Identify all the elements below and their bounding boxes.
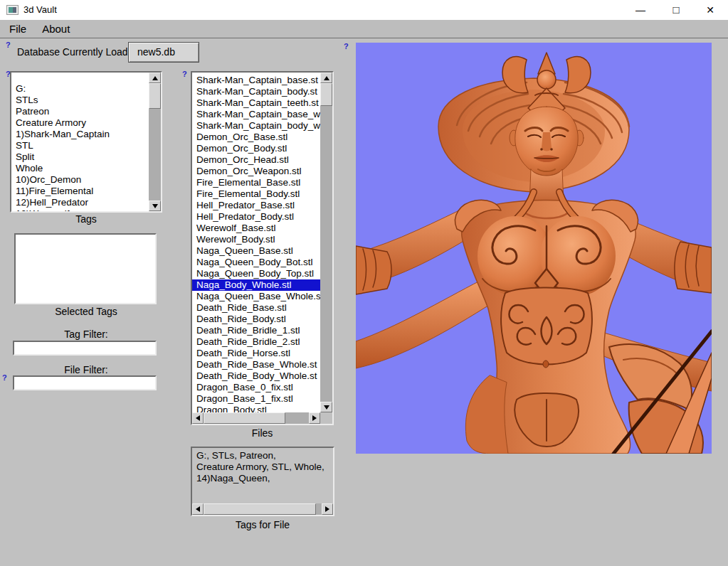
scroll-thumb[interactable] [204,412,285,424]
close-button[interactable]: ✕ [700,0,721,20]
file-list-item[interactable]: Dragon_Base_1_fix.stl [192,393,320,405]
file-filter-input[interactable] [13,375,157,390]
arrow-down-icon [324,405,329,410]
scroll-thumb[interactable] [204,503,316,515]
model-3d-viewport[interactable] [356,43,712,454]
tags-for-file-horizontal-scrollbar[interactable] [192,503,333,515]
scroll-thumb[interactable] [149,83,161,109]
scroll-up-button[interactable] [149,73,161,83]
tags-for-file-text: G:, STLs, Patreon,Creature Armory, STL, … [192,448,333,503]
file-list-item[interactable]: Naga_Body_Whole.stl [192,279,320,291]
minimize-button[interactable]: — [630,0,651,20]
scroll-right-button[interactable] [322,503,333,515]
file-list-item[interactable]: Death_Ride_Base.stl [192,302,320,314]
tag-filter-input[interactable] [13,341,157,356]
tag-list-item[interactable]: STLs [11,95,149,106]
tag-list-item[interactable]: Creature Armory [11,117,149,129]
menubar: File About [0,20,728,38]
tag-list-item[interactable]: G: [11,83,149,95]
database-name-box[interactable]: new5.db [128,42,199,63]
arrow-right-icon [325,506,329,512]
file-list-item[interactable]: Death_Ride_Bridle_1.stl [192,325,320,336]
naga-queen-model-render [356,43,712,454]
files-horizontal-scrollbar[interactable] [192,412,320,424]
tags-vertical-scrollbar[interactable] [149,73,161,211]
file-list-item[interactable]: Death_Ride_Body_Whole.st [192,370,320,382]
file-list-item[interactable]: Shark-Man_Captain_body_w [192,120,320,132]
tag-list-item[interactable]: Split [11,151,149,163]
database-loaded-label: Database Currently Loaded: [17,46,142,58]
file-list-item[interactable]: Werewolf_Base.stl [192,223,320,234]
file-list-item[interactable]: Demon_Orc_Base.stl [192,132,320,143]
file-list-item[interactable]: Demon_Orc_Head.stl [192,154,320,166]
titlebar: 3d Vault — □ ✕ [0,0,728,20]
file-filter-label: File Filter: [10,364,162,375]
tags-for-file-line: 14)Naga_Queen, [194,473,332,484]
files-vertical-scrollbar[interactable] [320,73,332,412]
tag-list-item[interactable]: Whole [11,163,149,174]
file-list-item[interactable]: Naga_Queen_Base.stl [192,245,320,257]
file-list-item[interactable]: Demon_Orc_Body.stl [192,143,320,154]
file-list-item[interactable]: Shark-Man_Captain_teeth.st [192,97,320,109]
file-list-item[interactable]: Dragon_Body.stl [192,405,320,412]
scroll-up-button[interactable] [320,73,332,83]
tags-list: G:STLsPatreonCreature Armory1)Shark-Man_… [11,73,149,211]
tags-for-file-line: G:, STLs, Patreon, [194,450,332,461]
scroll-left-button[interactable] [192,503,204,515]
help-files-icon: ? [182,70,187,78]
scroll-down-button[interactable] [320,402,332,412]
scroll-thumb[interactable] [320,83,332,106]
file-list-item[interactable]: Death_Ride_Body.stl [192,314,320,325]
file-list-item[interactable]: Shark-Man_Captain_base.st [192,75,320,86]
file-list-item[interactable]: Dragon_Base_0_fix.stl [192,382,320,393]
menu-about[interactable]: About [34,20,78,38]
file-list-item[interactable]: Shark-Man_Captain_body.st [192,86,320,97]
tags-for-file-box: G:, STLs, Patreon,Creature Armory, STL, … [191,447,334,516]
tag-list-item[interactable]: 11)Fire_Elemental [11,186,149,197]
scrollbar-corner [320,412,332,424]
file-list-item[interactable]: Death_Ride_Base_Whole.st [192,359,320,370]
selected-tags-label: Selected Tags [10,306,162,317]
scroll-down-button[interactable] [149,201,161,211]
app-icon [6,5,19,15]
tag-list-item[interactable]: 10)Orc_Demon [11,174,149,186]
maximize-button[interactable]: □ [665,0,687,20]
files-label: Files [191,427,334,439]
scroll-track[interactable] [149,83,161,201]
help-database-icon: ? [6,41,11,49]
tag-list-item[interactable]: 12)Hell_Predator [11,197,149,208]
selected-tags-listbox[interactable] [14,233,157,304]
tag-list-item[interactable]: Patreon [11,106,149,117]
menu-file[interactable]: File [1,20,34,38]
file-list-item[interactable]: Hell_Predator_Base.stl [192,200,320,211]
tags-listbox: G:STLsPatreonCreature Armory1)Shark-Man_… [10,71,162,213]
file-list-item[interactable]: Naga_Queen_Base_Whole.s [192,291,320,302]
tag-filter-label: Tag Filter: [10,329,162,340]
window-title: 3d Vault [23,0,57,20]
tag-list-item[interactable]: 1)Shark-Man_Captain [11,129,149,140]
main-content: ? ? ? ? ? Database Currently Loaded: new… [0,38,728,566]
scroll-track[interactable] [320,83,332,402]
file-list-item[interactable]: Demon_Orc_Weapon.stl [192,166,320,177]
file-list-item[interactable]: Fire_Elemental_Body.stl [192,188,320,200]
file-list-item[interactable]: Hell_Predator_Body.stl [192,211,320,223]
files-listbox: Shark-Man_Captain_base.stShark-Man_Capta… [191,71,334,425]
tag-list-item[interactable]: STL [11,140,149,151]
arrow-down-icon [152,204,158,208]
file-list-item[interactable]: Fire_Elemental_Base.stl [192,177,320,188]
file-list-item[interactable]: Werewolf_Body.stl [192,234,320,245]
scroll-left-button[interactable] [192,412,204,424]
file-list-item[interactable]: Shark-Man_Captain_base_w [192,109,320,120]
file-list-item[interactable]: Death_Ride_Horse.stl [192,348,320,359]
app-window: 3d Vault — □ ✕ File About ? ? ? ? ? Data… [0,0,728,566]
scroll-track[interactable] [204,503,322,515]
file-list-item[interactable]: Death_Ride_Bridle_2.stl [192,336,320,348]
scroll-right-button[interactable] [309,412,320,424]
arrow-left-icon [196,506,200,512]
file-list-item[interactable]: Naga_Queen_Body_Bot.stl [192,257,320,268]
file-list-item[interactable]: Naga_Queen_Body_Top.stl [192,268,320,279]
tags-for-file-line: Creature Armory, STL, Whole, [194,461,332,473]
scroll-track[interactable] [204,412,309,424]
arrow-right-icon [312,415,317,421]
tag-list-item[interactable]: 13)Werewolf [11,208,149,211]
